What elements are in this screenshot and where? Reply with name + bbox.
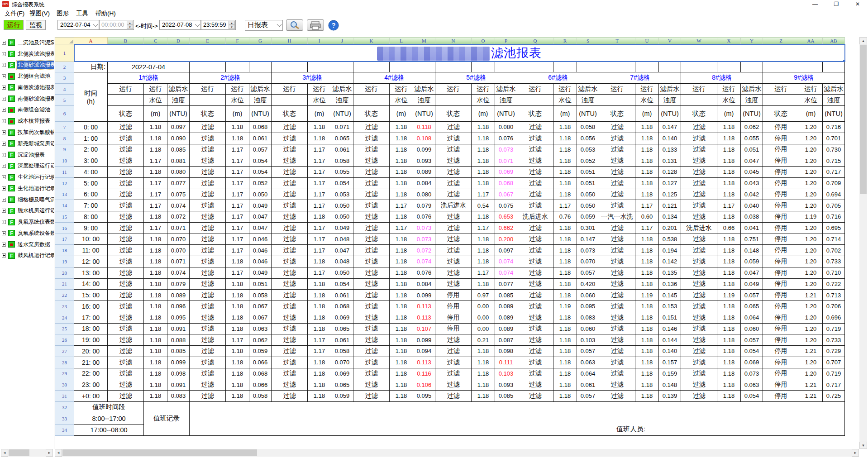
status-cell-f8[interactable]: 过滤 [681,177,717,189]
level-cell-f9[interactable]: 1.20 [799,155,823,167]
level-cell-f4[interactable]: 1.18 [390,155,413,167]
menu-3[interactable]: 图形 [57,10,69,18]
turbidity-cell-f6[interactable]: 0.052 [577,155,599,167]
time-cell[interactable]: 17: 00 [74,312,108,323]
subheader-cell[interactable]: 浊度 [249,95,272,106]
subheader-cell[interactable]: 浊度 [741,95,763,106]
subheader-cell[interactable]: 运行 [144,84,167,95]
turbidity-cell-f9[interactable]: 0.694 [823,189,845,200]
turbidity-cell-f7[interactable]: 0.131 [659,155,681,167]
time-cell[interactable]: 5: 00 [74,177,108,189]
status-cell-f2[interactable]: 过滤 [190,234,226,245]
time-cell[interactable]: 20: 00 [74,346,108,357]
level-cell-f5[interactable]: 0.54 [472,200,495,211]
cell[interactable] [495,62,517,72]
level-cell-f5[interactable]: 1.18 [472,167,495,178]
turbidity-cell-f6[interactable]: 0.147 [577,234,599,245]
turbidity-cell-f4[interactable]: 0.080 [413,189,435,200]
status-cell-f2[interactable]: 过滤 [190,155,226,167]
turbidity-cell-f5[interactable]: 0.076 [495,133,517,144]
row-header-3[interactable]: 3 [55,72,74,84]
turbidity-cell-f1[interactable]: 0.075 [167,189,190,200]
level-cell-f7[interactable]: 1.18 [635,122,659,133]
status-cell-f1[interactable]: 过滤 [108,391,144,402]
level-cell-f7[interactable]: 1.18 [635,189,659,200]
level-cell-f1[interactable]: 1.18 [144,256,167,267]
level-cell-f8[interactable]: 1.18 [717,391,741,402]
column-header-R[interactable]: R [553,38,577,44]
status-cell-f1[interactable]: 过滤 [108,167,144,178]
status-cell-f9[interactable]: 停用 [763,391,799,402]
minimize-button[interactable]: — [808,2,822,7]
subheader-cell[interactable]: 运行 [517,84,553,95]
level-cell-f3[interactable]: 1.17 [308,177,331,189]
status-cell-f3[interactable]: 过滤 [272,278,308,290]
turbidity-cell-f1[interactable]: 0.099 [167,357,190,368]
row-header-20[interactable]: 20 [55,267,74,278]
status-cell-f7[interactable]: 一汽一水洗 [599,211,635,223]
status-cell-f6[interactable]: 过滤 [517,189,553,200]
subheader-cell[interactable]: 状态 [190,106,226,122]
level-cell-f4[interactable]: 1.17 [390,222,413,234]
status-cell-f9[interactable]: 停用 [763,133,799,144]
time-cell[interactable]: +0: 00 [74,391,108,402]
level-cell-f5[interactable]: 1.18 [472,368,495,379]
level-cell-f6[interactable]: 1.18 [553,379,577,391]
status-cell-f8[interactable]: 过滤 [681,323,717,334]
status-cell-f2[interactable]: 过滤 [190,144,226,155]
subheader-cell[interactable]: 滤后水 [331,84,353,95]
turbidity-cell-f9[interactable]: 0.717 [823,167,845,178]
level-cell-f4[interactable]: 1.18 [390,357,413,368]
status-cell-f5[interactable]: 停用 [435,323,472,334]
status-cell-f3[interactable]: 过滤 [272,122,308,133]
turbidity-cell-f4[interactable]: 0.107 [413,323,435,334]
status-cell-f6[interactable]: 过滤 [517,222,553,234]
turbidity-cell-f2[interactable]: 0.050 [249,189,272,200]
turbidity-cell-f1[interactable]: 0.088 [167,334,190,346]
expand-icon[interactable] [2,231,6,235]
turbidity-cell-f1[interactable]: 0.071 [167,256,190,267]
turbidity-cell-f6[interactable]: 0.051 [577,177,599,189]
cell[interactable] [717,62,741,72]
level-cell-f6[interactable]: 1.18 [553,245,577,256]
turbidity-cell-f4[interactable]: 0.095 [413,391,435,402]
expand-icon[interactable] [2,130,6,134]
status-cell-f3[interactable]: 过滤 [272,234,308,245]
turbidity-cell-f4[interactable]: 0.084 [413,278,435,290]
status-cell-f8[interactable]: 过滤 [681,167,717,178]
subheader-cell[interactable]: (m) [308,106,331,122]
level-cell-f9[interactable]: 1.20 [799,144,823,155]
subheader-cell[interactable]: 水位 [472,95,495,106]
report-title-cell[interactable]: 滤池报表 [74,44,845,62]
turbidity-cell-f9[interactable]: 0.715 [823,155,845,167]
level-cell-f5[interactable]: 1.18 [472,346,495,357]
level-cell-f2[interactable]: 1.18 [226,368,249,379]
level-cell-f9[interactable]: 1.20 [799,312,823,323]
status-cell-f1[interactable]: 过滤 [108,211,144,223]
row-header-8[interactable]: 8 [55,133,74,144]
status-cell-f6[interactable]: 过滤 [517,312,553,323]
time-cell[interactable]: 21: 00 [74,357,108,368]
level-cell-f2[interactable]: 1.18 [226,312,249,323]
status-cell-f3[interactable]: 过滤 [272,200,308,211]
level-cell-f7[interactable]: 1.18 [635,267,659,278]
subheader-cell[interactable]: 水位 [717,95,741,106]
row-header-29[interactable]: 29 [55,368,74,379]
turbidity-cell-f8[interactable]: 0.148 [741,245,763,256]
turbidity-cell-f1[interactable]: 0.090 [167,133,190,144]
status-cell-f2[interactable]: 过滤 [190,301,226,312]
status-cell-f8[interactable]: 过滤 [681,278,717,290]
subheader-cell[interactable]: 运行 [108,84,144,95]
turbidity-cell-f6[interactable]: 0.083 [577,312,599,323]
time-cell[interactable]: 12: 00 [74,256,108,267]
level-cell-f6[interactable]: 1.18 [553,290,577,301]
status-cell-f9[interactable]: 停用 [763,312,799,323]
turbidity-cell-f3[interactable]: 0.047 [331,245,353,256]
status-cell-f9[interactable]: 停用 [763,167,799,178]
level-cell-f6[interactable]: 1.18 [553,167,577,178]
cell[interactable] [599,62,635,72]
level-cell-f3[interactable]: 1.17 [308,167,331,178]
subheader-cell[interactable]: 状态 [108,106,144,122]
turbidity-cell-f5[interactable]: 0.098 [495,346,517,357]
level-cell-f5[interactable]: 1.18 [472,391,495,402]
